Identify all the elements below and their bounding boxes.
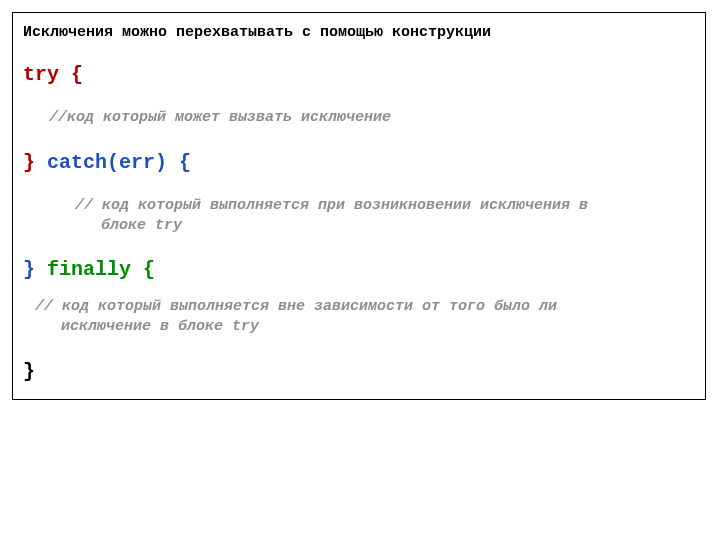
catch-close-brace: }	[23, 151, 35, 174]
catch-line: } catch(err) {	[23, 149, 695, 176]
finally-close-brace: }	[23, 258, 35, 281]
catch-comment-line2: блоке try	[75, 216, 675, 236]
try-keyword: try {	[23, 61, 695, 88]
code-block: Исключения можно перехватывать с помощью…	[12, 12, 706, 400]
final-close-brace: }	[23, 358, 695, 385]
finally-comment-line2: исключение в блоке try	[35, 317, 635, 337]
catch-comment-line1: // код который выполняется при возникнов…	[75, 197, 588, 214]
finally-keyword: finally {	[35, 258, 155, 281]
finally-comment: // код который выполняется вне зависимос…	[23, 297, 635, 338]
intro-text: Исключения можно перехватывать с помощью…	[23, 23, 695, 43]
catch-comment: // код который выполняется при возникнов…	[23, 196, 675, 237]
try-comment: //код который может вызвать исключение	[23, 108, 695, 128]
finally-line: } finally {	[23, 256, 695, 283]
catch-keyword: catch(err) {	[35, 151, 191, 174]
finally-comment-line1: // код который выполняется вне зависимос…	[35, 298, 557, 315]
